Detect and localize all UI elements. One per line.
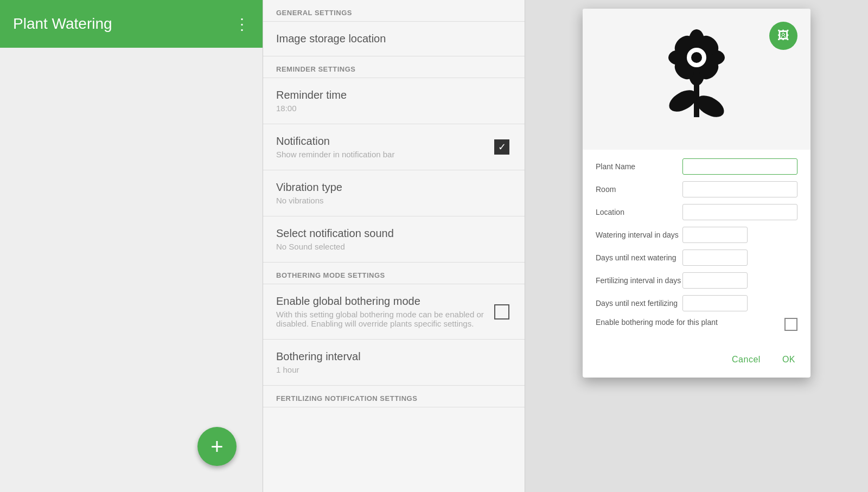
room-row: Room	[596, 181, 797, 197]
room-input[interactable]	[682, 181, 797, 197]
image-storage-label: Image storage location	[276, 33, 512, 45]
global-bothering-sublabel: With this setting global bothering mode …	[276, 310, 492, 328]
reminder-time-value: 18:00	[276, 104, 512, 113]
bothering-mode-row: Enable bothering mode for this plant	[596, 318, 797, 331]
general-settings-header: GENERAL SETTINGS	[263, 0, 525, 22]
app-title: Plant Watering	[13, 15, 112, 33]
fertilizing-interval-row: Fertilizing interval in days	[596, 272, 797, 289]
plant-form: Plant Name Room Location Watering interv…	[583, 150, 810, 346]
change-image-button[interactable]: 🖼	[769, 22, 797, 50]
global-bothering-checkbox[interactable]	[494, 304, 509, 320]
dialog-actions: Cancel OK	[583, 346, 810, 378]
more-icon[interactable]: ⋮	[234, 15, 250, 33]
notification-label: Notification	[276, 135, 492, 148]
ok-button[interactable]: OK	[776, 350, 802, 369]
dialog-image-area: 🖼	[583, 9, 810, 150]
sound-label: Select notification sound	[276, 227, 512, 240]
watering-interval-input[interactable]	[682, 227, 748, 243]
days-watering-row: Days until next watering	[596, 250, 797, 266]
app-bar: Plant Watering ⋮	[0, 0, 263, 48]
plant-icon	[653, 20, 740, 139]
watering-interval-row: Watering interval in days	[596, 227, 797, 243]
fertilizing-settings-header: FERTILIZING NOTIFICATION SETTINGS	[263, 386, 525, 407]
image-fab-icon: 🖼	[777, 29, 789, 43]
vibration-item[interactable]: Vibration type No vibrations	[263, 170, 525, 216]
left-panel: Plant Watering ⋮ +	[0, 0, 263, 492]
reminder-settings-header: REMINDER SETTINGS	[263, 56, 525, 78]
sound-sublabel: No Sound selected	[276, 242, 512, 251]
add-icon: +	[210, 436, 223, 457]
days-fertilizing-row: Days until next fertilizing	[596, 295, 797, 311]
settings-panel: GENERAL SETTINGS Image storage location …	[263, 0, 525, 492]
bothering-interval-label: Bothering interval	[276, 350, 512, 363]
watering-interval-label: Watering interval in days	[596, 231, 682, 239]
days-fertilizing-input[interactable]	[682, 295, 748, 311]
reminder-time-label: Reminder time	[276, 89, 512, 101]
reminder-time-item[interactable]: Reminder time 18:00	[263, 78, 525, 124]
plant-name-label: Plant Name	[596, 162, 682, 171]
bothering-interval-item[interactable]: Bothering interval 1 hour	[263, 340, 525, 386]
days-fertilizing-label: Days until next fertilizing	[596, 299, 682, 308]
days-watering-input[interactable]	[682, 250, 748, 266]
bothering-interval-value: 1 hour	[276, 365, 512, 374]
add-plant-button[interactable]: +	[197, 427, 237, 466]
right-panel: 🖼 Plant Name Room Location Watering inte…	[525, 0, 868, 492]
fertilizing-interval-input[interactable]	[682, 272, 748, 289]
vibration-sublabel: No vibrations	[276, 196, 512, 205]
bothering-mode-label: Enable bothering mode for this plant	[596, 318, 784, 327]
bothering-settings-header: BOTHERING MODE SETTINGS	[263, 263, 525, 284]
location-label: Location	[596, 208, 682, 216]
notification-checkbox[interactable]	[494, 139, 509, 155]
vibration-label: Vibration type	[276, 181, 512, 194]
bothering-mode-checkbox[interactable]	[784, 318, 797, 331]
left-content: +	[0, 48, 263, 492]
svg-point-10	[691, 52, 702, 63]
notification-item[interactable]: Notification Show reminder in notificati…	[263, 124, 525, 170]
image-storage-item[interactable]: Image storage location	[263, 22, 525, 56]
days-watering-label: Days until next watering	[596, 253, 682, 262]
plant-name-input[interactable]	[682, 158, 797, 175]
fertilizing-interval-label: Fertilizing interval in days	[596, 276, 682, 285]
global-bothering-label: Enable global bothering mode	[276, 295, 492, 308]
location-row: Location	[596, 204, 797, 220]
global-bothering-item[interactable]: Enable global bothering mode With this s…	[263, 284, 525, 340]
sound-item[interactable]: Select notification sound No Sound selec…	[263, 216, 525, 263]
location-input[interactable]	[682, 204, 797, 220]
notification-sublabel: Show reminder in notification bar	[276, 150, 492, 159]
plant-name-row: Plant Name	[596, 158, 797, 175]
room-label: Room	[596, 185, 682, 194]
cancel-button[interactable]: Cancel	[725, 350, 767, 369]
add-plant-dialog: 🖼 Plant Name Room Location Watering inte…	[583, 9, 810, 378]
